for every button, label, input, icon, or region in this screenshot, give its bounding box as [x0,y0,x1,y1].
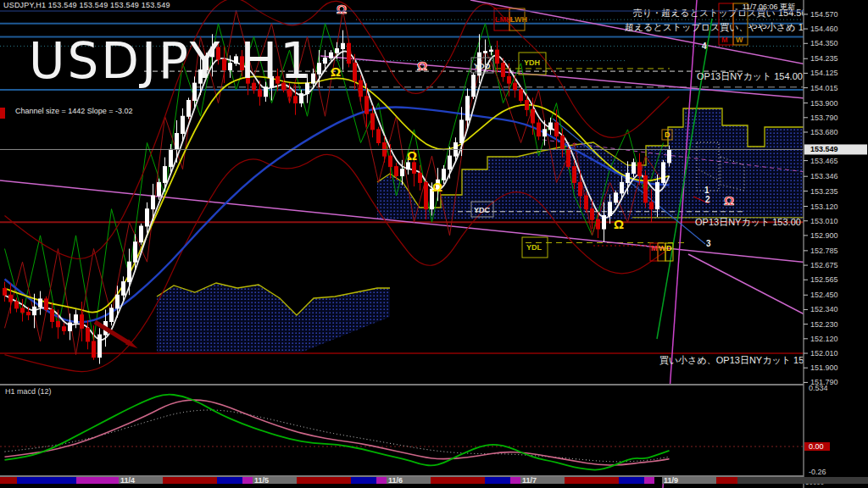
price-tick-label[interactable]: 152.565 [810,275,838,284]
price-tick-label[interactable]: 153.900 [810,99,838,108]
note-stop-15440: 超えるとストップロス買い、やや小さめ 154.40 [625,22,826,32]
svg-text:W: W [736,36,743,44]
note-op-15300: OP13日NYカット 153.00 [695,217,801,227]
svg-text:YDL: YDL [526,243,542,252]
svg-text:LWH: LWH [510,15,527,24]
price-tick-label[interactable]: 152.450 [810,291,838,299]
channel-info-label: Channel size = 1442 Slope = -3.02 [15,107,133,115]
svg-text:YDC: YDC [474,206,491,214]
macd-indicator-label: H1 macd (12) [5,387,52,396]
price-tick-label[interactable]: 152.230 [810,320,838,329]
wave-count-digit: 3 [706,239,711,248]
date-label-11/6[interactable]: 11/6 [388,476,403,485]
price-tick-label[interactable]: 154.460 [810,25,838,33]
price-tick-label[interactable]: 153.680 [810,128,838,136]
omega-marker: Ω [417,58,427,73]
price-tick-label[interactable]: 152.120 [810,335,838,343]
macd-scale-zero: 0.00 [809,442,824,451]
current-price-value: 153.549 [810,145,838,153]
symbol-quote-line: USDJPY,H1 153.549 153.549 153.549 153.54… [3,1,170,9]
price-tick-label[interactable]: 152.785 [810,247,838,255]
channel-marker [0,108,5,119]
macd-scale-bottom: -0.26 [809,468,826,476]
svg-text:D: D [666,244,672,252]
price-tick-label[interactable]: 153.120 [810,202,838,211]
omega-marker: Ω [407,148,417,163]
price-tick-label[interactable]: 153.346 [810,172,838,180]
watermark-symbol-title: USDJPY H1 [29,32,314,90]
date-label-11/5[interactable]: 11/5 [254,476,269,485]
price-tick-label[interactable]: 152.675 [810,261,838,269]
price-tick-label[interactable]: 154.235 [810,54,838,63]
macd-pane [0,385,868,476]
omega-marker: Ω [724,193,734,208]
price-tick-label[interactable]: 152.340 [810,305,838,313]
update-timestamp: 11/7 06:06 更新 [743,2,795,13]
date-label-11/4[interactable]: 11/4 [120,476,135,485]
macd-scale-top: 0.534 [809,384,828,392]
date-label-11/7[interactable]: 11/7 [522,476,537,485]
svg-text:YDO: YDO [474,62,491,70]
omega-marker: Ω [331,64,341,79]
wave-count-digit: 1 [704,186,709,195]
note-buy-op-15200: 買い小さめ、OP13日NYカット 152.00 [659,355,822,365]
price-tick-label[interactable]: 153.790 [810,114,838,122]
wave-count-digit: 2 [705,195,710,204]
svg-text:M: M [651,244,658,252]
trading-chart-window: ΩΩΩΩΩΩΩ4123LMHLWHMWYDOYDHYDCYDLMWDD売り・超え… [0,0,868,488]
price-tick-label[interactable]: 152.010 [810,349,838,358]
price-tick-label[interactable]: 153.010 [810,217,838,225]
price-tick-label[interactable]: 154.015 [810,84,838,92]
price-tick-label[interactable]: 153.235 [810,187,838,196]
svg-text:YDH: YDH [524,58,540,67]
price-tick-label[interactable]: 154.570 [810,10,838,19]
price-tick-label[interactable]: 153.465 [810,157,838,165]
omega-marker: Ω [614,217,624,231]
price-tick-label[interactable]: 151.900 [810,363,838,372]
note-op-15400: OP13日NYカット 154.00 [697,71,803,81]
date-label-11/9[interactable]: 11/9 [664,476,678,485]
svg-text:D: D [665,130,670,139]
wave-count-digit: 4 [702,42,707,51]
price-tick-label[interactable]: 152.900 [810,231,838,240]
omega-marker: Ω [337,2,347,16]
price-tick-label[interactable]: 154.125 [810,69,838,77]
svg-text:M: M [721,36,728,44]
price-tick-label[interactable]: 154.350 [810,39,838,47]
omega-marker: Ω [432,180,442,194]
